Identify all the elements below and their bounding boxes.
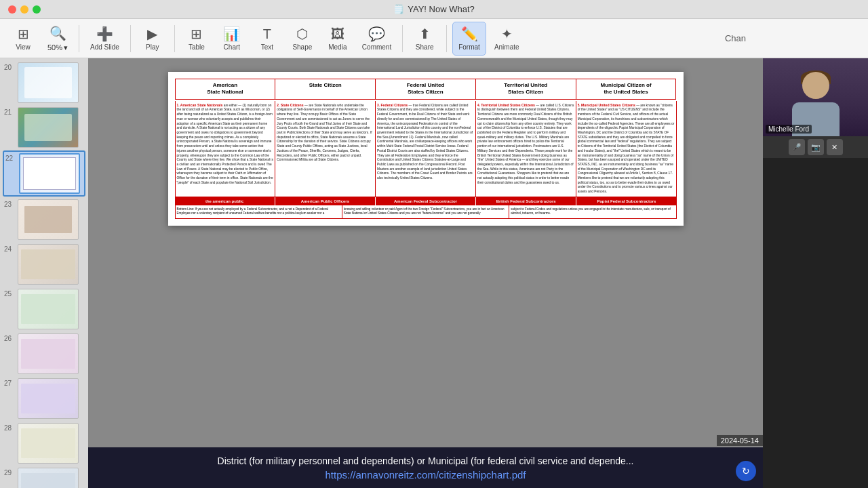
cam-button[interactable]: 📷: [808, 139, 824, 155]
table-button[interactable]: ⊞ Table: [180, 22, 213, 56]
add-slide-icon: ➕: [96, 26, 113, 42]
slide-preview-24: [18, 244, 79, 285]
chart-col-4: 4. Territorial United States Citizens — …: [476, 101, 576, 197]
footer-cell-2: American Public Officers: [275, 197, 376, 205]
title-bar: 🗒️ YAY! Now What?: [0, 0, 868, 19]
toolbar: ⊞ View 🔍 50% ▾ ➕ Add Slide ▶ Play ⊞ Tabl…: [0, 19, 868, 58]
format-icon: ✏️: [461, 26, 478, 42]
minimize-button[interactable]: [20, 5, 28, 14]
slide-panel: 20 21 22 23 24: [0, 58, 88, 488]
header-cell-5: Municipal Citizen ofthe United States: [576, 79, 677, 100]
text-icon: T: [263, 26, 271, 42]
slide-thumb-21[interactable]: 21: [3, 106, 85, 149]
title-icon: 🗒️: [393, 4, 404, 14]
slide-thumb-27[interactable]: 27: [3, 377, 85, 420]
slide-preview-22: [19, 153, 80, 194]
main-area: 20 21 22 23 24: [0, 58, 868, 488]
table-icon: ⊞: [191, 26, 202, 42]
end-call-button[interactable]: ✕: [827, 139, 843, 155]
footer-cell-1: the american public: [175, 197, 275, 205]
chart-button[interactable]: 📊 Chart: [216, 22, 248, 56]
chart-header: AmericanState National State Citizen Fed…: [175, 79, 677, 100]
chart-bottom: Bottom Line: If you are not actually emp…: [175, 205, 677, 219]
video-controls: 🎤 📷 ✕: [763, 136, 868, 158]
slide-thumb-24[interactable]: 24: [3, 243, 85, 286]
window-title: 🗒️ YAY! Now What?: [393, 4, 475, 14]
header-cell-4: Territorial UnitedStates Citizen: [475, 79, 576, 100]
comment-button[interactable]: 💬 Comment: [357, 22, 397, 56]
add-slide-button[interactable]: ➕ Add Slide: [85, 22, 125, 56]
presenter-panel: Michelle Ford 🎤 📷 ✕: [763, 58, 868, 488]
slide-thumb-20[interactable]: 20: [3, 61, 85, 104]
close-button[interactable]: [8, 5, 16, 14]
media-button[interactable]: 🖼 Media: [321, 22, 354, 56]
chan-tab-label: Chan: [725, 33, 746, 43]
text-button[interactable]: T Text: [251, 22, 283, 56]
slide-thumb-25[interactable]: 25: [3, 287, 85, 331]
shape-button[interactable]: ⬡ Shape: [286, 22, 319, 56]
zoom-button[interactable]: 🔍 50% ▾: [42, 22, 73, 56]
shape-icon: ⬡: [296, 26, 308, 42]
bottom-cell-2: knowing and willing volunteer or paid Ag…: [342, 205, 509, 218]
slide-preview-27: [18, 378, 79, 419]
maximize-button[interactable]: [33, 5, 41, 14]
play-button[interactable]: ▶ Play: [136, 22, 169, 56]
video-feed: Michelle Ford: [763, 58, 868, 136]
bottom-main-text: District (for military personnel and dep…: [218, 455, 634, 466]
separator-5: [446, 25, 447, 52]
separator-2: [130, 25, 131, 52]
chart-footer: the american public American Public Offi…: [175, 197, 677, 205]
chart-body: 1. American State Nationals are either —…: [175, 101, 677, 197]
animate-icon: ✦: [501, 26, 513, 42]
format-button[interactable]: ✏️ Format: [452, 22, 486, 56]
slide-preview-20: [18, 62, 79, 103]
person-head: [802, 72, 829, 99]
chart-col-2: 2. State Citizens — are State Nationals …: [275, 101, 376, 197]
slide-thumb-29[interactable]: 29: [3, 466, 85, 488]
share-button[interactable]: ⬆ Share: [408, 22, 441, 56]
date-display: 2024-05-14: [717, 435, 763, 446]
footer-cell-5: Papist Federal Subcontractors: [576, 197, 676, 205]
header-cell-3: Federal UnitedStates Citizen: [375, 79, 475, 100]
slide-thumb-23[interactable]: 23: [3, 198, 85, 241]
bottom-cell-1: Bottom Line: If you are not actually emp…: [176, 205, 342, 218]
chart-col-1: 1. American State Nationals are either —…: [176, 101, 276, 197]
slide-thumb-26[interactable]: 26: [3, 332, 85, 375]
bottom-url-text[interactable]: https://annavonreitz.com/citizenshipchar…: [326, 469, 526, 481]
chart-col-3: 3. Federal Citizens — true Federal Citiz…: [376, 101, 476, 197]
comment-icon: 💬: [368, 26, 385, 42]
share-icon: ⬆: [419, 26, 431, 42]
slide-preview-28: [18, 423, 79, 464]
slide-thumb-22[interactable]: 22: [3, 150, 85, 197]
navigation-icon[interactable]: ↻: [736, 461, 756, 481]
view-icon: ⊞: [18, 26, 29, 42]
traffic-lights: [8, 5, 41, 14]
mic-button[interactable]: 🎤: [789, 139, 805, 155]
chart-col-5: 5. Municipal United States Citizens — ar…: [576, 101, 676, 197]
zoom-icon: 🔍: [50, 25, 66, 41]
media-icon: 🖼: [331, 26, 344, 42]
slide-preview-29: [18, 468, 79, 488]
header-cell-1: AmericanState National: [175, 79, 275, 100]
slide-content: AmericanState National State Citizen Fed…: [168, 72, 684, 226]
slide-canvas[interactable]: AmericanState National State Citizen Fed…: [168, 72, 684, 226]
bottom-bar: District (for military personnel and dep…: [88, 447, 763, 488]
footer-cell-4: British Federal Subcontractors: [476, 197, 576, 205]
separator-3: [174, 25, 175, 52]
chevron-down-icon: ▾: [64, 43, 68, 52]
animate-button[interactable]: ✦ Animate: [489, 22, 525, 56]
view-button[interactable]: ⊞ View: [7, 22, 39, 56]
slide-thumb-28[interactable]: 28: [3, 422, 85, 465]
footer-cell-3: American Federal Subcontractor: [376, 197, 476, 205]
slide-canvas-area[interactable]: AmericanState National State Citizen Fed…: [88, 58, 763, 488]
chart-icon: 📊: [223, 26, 240, 42]
presenter-name: Michelle Ford: [766, 125, 812, 134]
header-cell-2: State Citizen: [275, 79, 375, 100]
slide-preview-25: [18, 289, 79, 329]
zoom-value: 50% ▾: [47, 43, 68, 52]
slide-preview-23: [18, 199, 79, 240]
bottom-cell-3: subject to Federal Codes and regulations…: [509, 205, 675, 218]
play-icon: ▶: [147, 26, 157, 42]
separator-1: [79, 25, 79, 52]
slide-preview-26: [18, 333, 79, 374]
